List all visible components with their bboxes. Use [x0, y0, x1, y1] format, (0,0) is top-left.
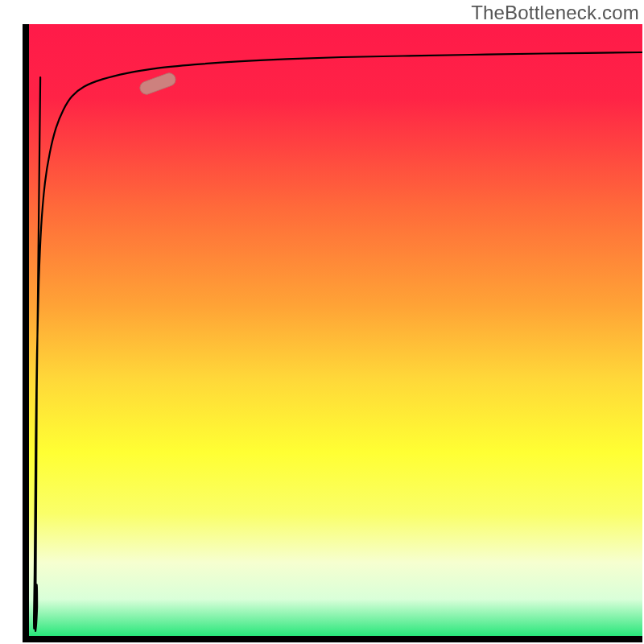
- plot-background: [29, 24, 642, 636]
- y-axis: [23, 24, 29, 642]
- watermark-text: TheBottleneck.com: [471, 2, 639, 24]
- chart-svg: [0, 0, 644, 644]
- chart-container: { "watermark": "TheBottleneck.com", "col…: [0, 0, 644, 644]
- x-axis: [23, 636, 642, 642]
